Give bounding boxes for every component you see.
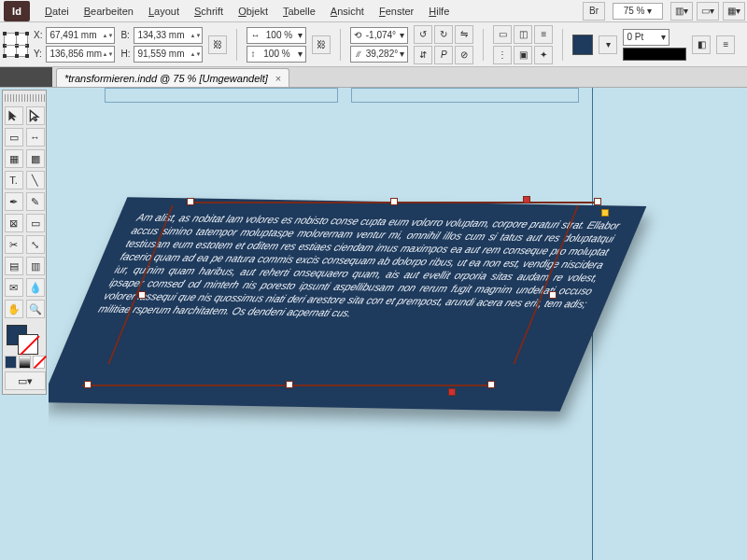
- stroke-weight-field[interactable]: 0 Pt▾: [623, 29, 669, 46]
- type-tool[interactable]: T.: [5, 171, 23, 189]
- content-collector-tool[interactable]: ▦: [5, 149, 23, 168]
- control-bar: X: 67,491 mm▲▼ Y: 136,856 mm▲▼ B: 134,33…: [0, 22, 747, 67]
- pencil-tool[interactable]: ✎: [26, 192, 45, 211]
- document-canvas[interactable]: Am alist, as nobitat lam volores es nobi…: [49, 88, 747, 560]
- constrain-scale-icon[interactable]: ⛓: [312, 35, 331, 54]
- apply-none-button[interactable]: [33, 356, 45, 369]
- menu-ansicht[interactable]: Ansicht: [323, 6, 372, 17]
- screen-mode-button[interactable]: ▭▾: [697, 2, 719, 21]
- pen-tool[interactable]: ✒: [5, 192, 23, 211]
- distribute-button[interactable]: ⋮: [493, 46, 512, 64]
- fill-swatch[interactable]: [572, 35, 593, 55]
- free-transform-tool[interactable]: ⤡: [26, 235, 45, 254]
- direct-selection-tool[interactable]: [26, 106, 45, 125]
- menu-fenster[interactable]: Fenster: [372, 6, 421, 17]
- shear-field[interactable]: ⫽39,282°▾: [350, 46, 408, 63]
- zoom-tool[interactable]: 🔍: [26, 300, 45, 318]
- w-label: B:: [120, 30, 130, 40]
- column-guide-1: [105, 88, 338, 103]
- eyedropper-tool[interactable]: 💧: [26, 278, 45, 297]
- x-label: X:: [34, 30, 42, 40]
- fill-dropdown[interactable]: ▾: [599, 35, 617, 54]
- menu-hilfe[interactable]: Hilfe: [421, 6, 457, 17]
- gradient-feather-tool[interactable]: ▥: [26, 257, 45, 275]
- w-field[interactable]: 134,33 mm▲▼: [134, 27, 203, 44]
- line-tool[interactable]: ╲: [26, 171, 45, 189]
- hand-tool[interactable]: ✋: [5, 300, 23, 318]
- handle-tr[interactable]: [594, 198, 601, 205]
- gap-tool[interactable]: ↔: [26, 128, 45, 147]
- effects-button[interactable]: ◧: [692, 35, 711, 54]
- tool-panel: ▭ ↔ ▦ ▩ T. ╲ ✒ ✎ ⊠ ▭ ✂ ⤡ ▤ ▥ ✉ 💧 ✋ 🔍 ▭▾: [2, 90, 47, 395]
- apply-color-button[interactable]: [5, 356, 17, 369]
- x-field[interactable]: 67,491 mm▲▼: [46, 27, 115, 44]
- rectangle-frame-tool[interactable]: ⊠: [5, 214, 23, 232]
- page-tool[interactable]: ▭: [5, 128, 23, 147]
- stroke-style-dropdown[interactable]: [623, 48, 686, 61]
- more-options-button[interactable]: ≡: [716, 35, 735, 54]
- gradient-swatch-tool[interactable]: ▤: [5, 257, 23, 275]
- handle-in-port[interactable]: [523, 196, 530, 203]
- flip-v-button[interactable]: ⇵: [414, 46, 432, 64]
- align-button[interactable]: ≡: [534, 25, 553, 44]
- panel-grip[interactable]: [5, 94, 45, 102]
- rotate-field[interactable]: ⟲-1,074°▾: [350, 27, 408, 44]
- rectangle-tool[interactable]: ▭: [26, 214, 45, 232]
- menu-bearbeiten[interactable]: Bearbeiten: [77, 6, 141, 17]
- rotate-cw-button[interactable]: ↻: [434, 25, 453, 44]
- select-content-button[interactable]: ◫: [514, 25, 532, 44]
- fit-content-button[interactable]: ▣: [514, 46, 532, 64]
- document-tab-title: *transformieren.indd @ 75 % [Umgewandelt…: [64, 73, 268, 84]
- p-indicator-icon: P: [434, 46, 453, 64]
- app-logo: Id: [4, 1, 30, 21]
- apply-gradient-button[interactable]: [19, 356, 31, 369]
- flip-h-button[interactable]: ⇋: [455, 25, 473, 44]
- arrange-button[interactable]: ▦▾: [723, 2, 745, 21]
- h-field[interactable]: 91,559 mm▲▼: [134, 46, 203, 63]
- align-buttons: ▭ ◫ ≡ ⋮ ▣ ✦: [493, 25, 553, 64]
- bridge-button[interactable]: Br: [583, 2, 605, 21]
- select-container-button[interactable]: ▭: [493, 25, 512, 44]
- stroke-chip[interactable]: [18, 334, 38, 355]
- document-tabstrip: *transformieren.indd @ 75 % [Umgewandelt…: [0, 67, 747, 88]
- view-options-button[interactable]: ▥▾: [670, 2, 693, 21]
- frame-text: Am alist, as nobitat lam volores es nobi…: [64, 210, 622, 398]
- menu-tabelle[interactable]: Tabelle: [275, 6, 323, 17]
- clear-transform-button[interactable]: ⊘: [455, 46, 473, 64]
- tab-close-button[interactable]: ×: [275, 73, 281, 84]
- menu-bar: Id DDateiatei Bearbeiten Layout Schrift …: [0, 0, 747, 22]
- fill-stroke-swatches[interactable]: [5, 325, 45, 353]
- center-content-button[interactable]: ✦: [534, 46, 553, 64]
- y-label: Y:: [34, 49, 42, 59]
- selection-tool[interactable]: [5, 106, 23, 125]
- menu-schrift[interactable]: Schrift: [187, 6, 231, 17]
- selected-text-frame[interactable]: Am alist, as nobitat lam volores es nobi…: [82, 202, 605, 407]
- y-field[interactable]: 136,856 mm▲▼: [46, 46, 115, 63]
- screen-mode-tool[interactable]: ▭▾: [5, 371, 46, 390]
- constrain-wh-icon[interactable]: ⛓: [208, 35, 227, 54]
- tabstrip-pad: [0, 67, 52, 87]
- note-tool[interactable]: ✉: [5, 278, 23, 297]
- reference-point-grid[interactable]: [4, 33, 28, 57]
- menu-objekt[interactable]: Objekt: [231, 6, 275, 17]
- zoom-dropdown[interactable]: 75 % ▾: [613, 3, 663, 20]
- h-label: H:: [120, 49, 130, 59]
- menu-layout[interactable]: Layout: [141, 6, 187, 17]
- transform-quick-buttons: ↺ ↻ ⇋ ⇵ P ⊘: [414, 25, 473, 64]
- menu-datei[interactable]: DDateiatei: [37, 6, 77, 17]
- column-guide-2: [351, 88, 579, 103]
- scale-x-field[interactable]: ↔100 %▾: [247, 27, 306, 44]
- document-tab[interactable]: *transformieren.indd @ 75 % [Umgewandelt…: [56, 68, 289, 87]
- scale-y-field[interactable]: ↕100 %▾: [247, 46, 306, 63]
- scissors-tool[interactable]: ✂: [5, 235, 23, 254]
- rotate-ccw-button[interactable]: ↺: [414, 25, 432, 44]
- content-placer-tool[interactable]: ▩: [26, 149, 45, 168]
